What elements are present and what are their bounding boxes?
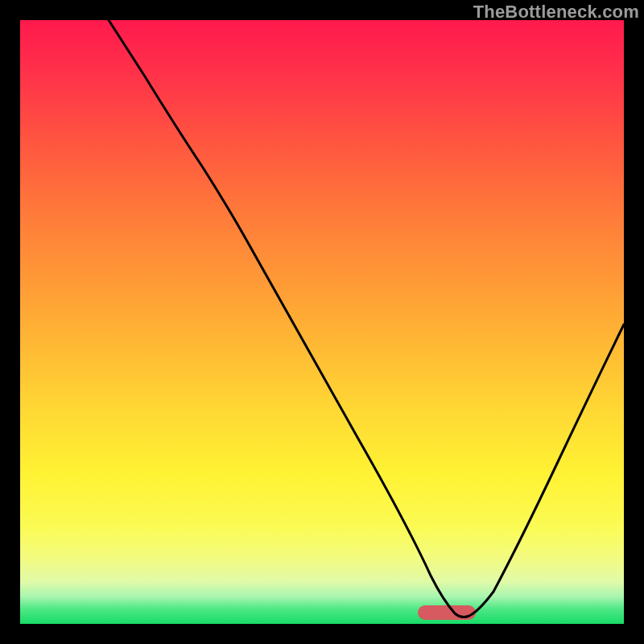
watermark-text: TheBottleneck.com bbox=[473, 2, 639, 23]
chart-frame: TheBottleneck.com bbox=[0, 0, 644, 644]
bottleneck-curve bbox=[20, 20, 624, 624]
plot-area bbox=[20, 20, 624, 624]
